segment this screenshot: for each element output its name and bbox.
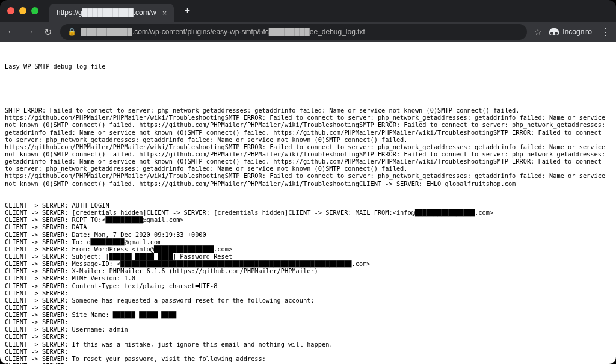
menu-button[interactable]: ⋮	[600, 26, 610, 38]
tab-title: https://g██████████.com/w	[57, 8, 156, 17]
tab-strip: https://g██████████.com/w × +	[0, 0, 616, 22]
close-tab-icon[interactable]: ×	[162, 8, 167, 17]
log-line: CLIENT -> SERVER: Message-ID: <█████████…	[5, 260, 611, 267]
new-tab-button[interactable]: +	[180, 4, 194, 18]
lock-icon: 🔒	[67, 28, 76, 36]
log-line: CLIENT -> SERVER: AUTH LOGIN	[5, 202, 611, 209]
log-line: CLIENT -> SERVER: Someone has requested …	[5, 297, 611, 304]
log-line: CLIENT -> SERVER:	[5, 333, 611, 340]
log-line: CLIENT -> SERVER: [credentials hidden]CL…	[5, 209, 611, 216]
address-bar[interactable]: 🔒 ██████████.com/wp-content/plugins/easy…	[60, 24, 527, 40]
log-line: CLIENT -> SERVER: X-Mailer: PHPMailer 6.…	[5, 267, 611, 274]
reload-button[interactable]: ↻	[42, 26, 53, 38]
window-controls	[7, 7, 38, 14]
incognito-icon	[549, 28, 559, 35]
log-line: CLIENT -> SERVER: From: WordPress <info@…	[5, 245, 611, 253]
incognito-badge: Incognito	[549, 28, 592, 36]
url-text: ██████████.com/wp-content/plugins/easy-w…	[81, 28, 365, 36]
log-line: CLIENT -> SERVER:	[5, 304, 611, 311]
log-line: CLIENT -> SERVER: MIME-Version: 1.0	[5, 274, 611, 282]
log-text: Easy WP SMTP debug log file SMTP ERROR: …	[5, 48, 611, 364]
log-line: CLIENT -> SERVER: If this was a mistake,…	[5, 341, 611, 348]
log-line: CLIENT -> SERVER: RCPT TO:<██████████@gm…	[5, 216, 611, 223]
log-line: CLIENT -> SERVER: To: o█████████@gmail.c…	[5, 238, 611, 245]
minimize-window-icon[interactable]	[19, 7, 26, 14]
log-error-block: SMTP ERROR: Failed to connect to server:…	[5, 106, 611, 187]
log-line: CLIENT -> SERVER: Content-Type: text/pla…	[5, 282, 611, 289]
maximize-window-icon[interactable]	[31, 7, 38, 14]
log-line: CLIENT -> SERVER: To reset your password…	[5, 355, 611, 362]
bookmark-star-icon[interactable]: ☆	[534, 27, 542, 37]
forward-button[interactable]: →	[24, 26, 35, 37]
log-title: Easy WP SMTP debug log file	[5, 63, 611, 70]
incognito-label: Incognito	[562, 28, 592, 36]
log-line: CLIENT -> SERVER:	[5, 318, 611, 325]
toolbar: ← → ↻ 🔒 ██████████.com/wp-content/plugin…	[0, 22, 616, 42]
back-button[interactable]: ←	[6, 26, 17, 37]
log-line: CLIENT -> SERVER: DATA	[5, 223, 611, 230]
close-window-icon[interactable]	[7, 7, 14, 14]
log-line: CLIENT -> SERVER: Username: admin	[5, 325, 611, 333]
log-line: CLIENT -> SERVER:	[5, 348, 611, 355]
page-content[interactable]: Easy WP SMTP debug log file SMTP ERROR: …	[0, 42, 616, 364]
log-line: CLIENT -> SERVER: Date: Mon, 7 Dec 2020 …	[5, 231, 611, 238]
log-line: CLIENT -> SERVER:	[5, 289, 611, 297]
toolbar-right: Incognito ⋮	[549, 26, 610, 38]
browser-window: https://g██████████.com/w × + ← → ↻ 🔒 ██…	[0, 0, 616, 364]
log-line: CLIENT -> SERVER: Site Name: ██████ ████…	[5, 311, 611, 318]
browser-tab[interactable]: https://g██████████.com/w ×	[49, 4, 174, 22]
log-line: CLIENT -> SERVER: Subject: [██████ █████…	[5, 253, 611, 260]
